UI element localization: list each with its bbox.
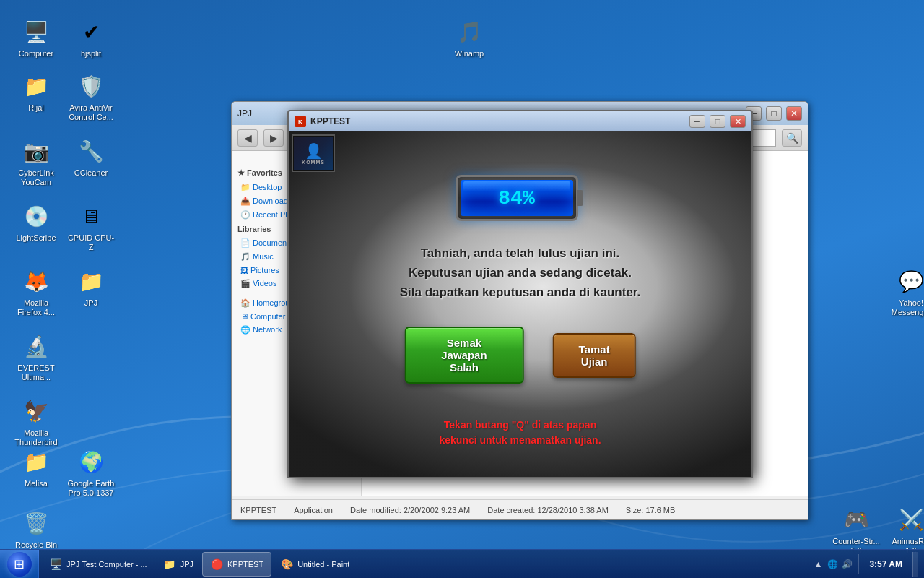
icon-googleearth-label: Google Earth Pro 5.0.1337 <box>66 479 116 498</box>
taskbar-item-kpptest[interactable]: 🔴 KPPTEST <box>202 552 271 577</box>
taskbar-label-paint: Untitled - Paint <box>297 560 349 569</box>
taskbar-item-paint[interactable]: 🎨 Untitled - Paint <box>273 552 357 577</box>
icon-avira-image: 🛡️ <box>77 72 105 100</box>
fe-modified: Date modified: 2/20/2002 9:23 AM <box>350 506 470 514</box>
taskbar-label-kpptest: KPPTEST <box>227 560 263 569</box>
desktop-icon-ccleaner[interactable]: 🔧CCleaner <box>64 134 118 181</box>
end-exam-btn[interactable]: Tamat Ujian <box>553 333 636 378</box>
windows-logo: ⊞ <box>14 556 25 572</box>
taskbar-label-jpj: JPJ <box>180 560 193 569</box>
icon-cyberlink-image: 📷 <box>22 137 51 165</box>
icon-ccleaner-label: CCleaner <box>74 168 108 178</box>
icon-computer-image: 🖥️ <box>22 17 51 46</box>
systray-volume[interactable]: 🔊 <box>841 558 853 570</box>
logo-text: KOMMS <box>302 160 325 165</box>
desktop-icon-computer[interactable]: 🖥️Computer <box>9 14 64 61</box>
icon-winamp-label: Winamp <box>455 49 484 59</box>
icon-lightscribe-label: LightScribe <box>16 233 56 243</box>
battery-inner: 84% <box>461 180 573 216</box>
taskbar-icon-paint: 🎨 <box>280 558 293 571</box>
check-answers-btn[interactable]: Semak Jawapan Salah <box>404 327 523 384</box>
taskbar-icon-kpptest: 🔴 <box>210 558 223 571</box>
icon-jpj-image: 📁 <box>77 267 105 296</box>
taskbar: ⊞ 🖥️ JPJ Test Computer - ... 📁 JPJ 🔴 KPP… <box>0 549 924 578</box>
result-line-3: Sila dapatkan keputusan anda di kaunter. <box>340 282 701 302</box>
kpptest-logo: 👤 KOMMS <box>292 134 335 172</box>
fe-apptype: Application <box>294 506 333 514</box>
battery-nub <box>578 190 583 206</box>
desktop-icon-firefox[interactable]: 🦊Mozilla Firefox 4... <box>9 264 64 320</box>
taskbar-right: ▲ 🌐 🔊 3:57 AM <box>806 550 924 578</box>
icon-ccleaner-image: 🔧 <box>77 137 105 165</box>
icon-thunderbird-image: 🦅 <box>22 397 51 426</box>
icon-counterstrike-image: 🎮 <box>842 505 871 534</box>
fe-search-icon[interactable]: 🔍 <box>782 129 802 147</box>
kpptest-maximize-btn[interactable]: □ <box>710 115 725 128</box>
instruction-line-1: Tekan butang "Q" di atas papan <box>376 418 665 433</box>
fe-close-btn[interactable]: ✕ <box>786 106 802 121</box>
kpptest-window: K KPPTEST ─ □ ✕ 👤 KOMMS 84% <box>287 110 753 478</box>
desktop-icon-cyberlink[interactable]: 📷CyberLink YouCam <box>9 134 64 190</box>
desktop-icon-googleearth[interactable]: 🌍Google Earth Pro 5.0.1337 <box>64 444 118 501</box>
icon-cyberlink-label: CyberLink YouCam <box>12 168 61 187</box>
desktop-icon-cpuid[interactable]: 🖥CPUID CPU-Z <box>64 199 118 255</box>
kpptest-title-text: KPPTEST <box>310 116 685 126</box>
taskbar-item-jpj-computer[interactable]: 🖥️ JPJ Test Computer - ... <box>42 552 154 577</box>
show-desktop-btn[interactable] <box>912 552 918 577</box>
taskbar-item-jpj[interactable]: 📁 JPJ <box>156 552 201 577</box>
icon-cpuid-label: CPUID CPU-Z <box>66 233 116 252</box>
kpptest-close-btn[interactable]: ✕ <box>730 115 746 128</box>
icon-yahoo-image: 💬 <box>897 267 924 296</box>
desktop-icon-hjsplit[interactable]: ✔hjsplit <box>64 14 118 61</box>
icon-computer-label: Computer <box>19 49 53 59</box>
icon-hjsplit-label: hjsplit <box>81 49 101 59</box>
icon-cpuid-image: 🖥 <box>77 202 105 230</box>
icon-avira-label: Avira AntiVir Control Ce... <box>66 103 116 122</box>
kpptest-title-icon: K <box>295 116 306 127</box>
desktop-icon-everest[interactable]: 🔬EVEREST Ultima... <box>9 329 64 385</box>
icon-everest-image: 🔬 <box>22 332 51 361</box>
icon-firefox-label: Mozilla Firefox 4... <box>12 298 61 317</box>
logo-person-icon: 👤 <box>305 142 323 160</box>
desktop-icon-winamp[interactable]: 🎵Winamp <box>442 14 497 61</box>
taskbar-icon-jpj: 📁 <box>163 558 176 571</box>
desktop-icon-yahoo[interactable]: 💬Yahoo! Messenger <box>884 264 924 320</box>
icon-lightscribe-image: 💿 <box>22 202 51 230</box>
icon-melisa-label: Melisa <box>25 479 48 488</box>
taskbar-label-jpj-computer: JPJ Test Computer - ... <box>66 560 147 569</box>
start-button[interactable]: ⊞ <box>0 550 39 579</box>
systray-network[interactable]: 🌐 <box>827 558 838 570</box>
icon-rijal-label: Rijal <box>28 103 43 113</box>
instruction-line-2: kekunci untuk menamatkan ujian. <box>376 433 665 448</box>
icon-googleearth-image: 🌍 <box>77 447 105 476</box>
result-line-2: Keputusan ujian anda sedang dicetak. <box>340 263 701 282</box>
icon-hjsplit-image: ✔ <box>77 17 105 46</box>
icon-rijal-image: 📁 <box>22 72 51 100</box>
icon-winamp-image: 🎵 <box>455 17 484 46</box>
fe-back-btn[interactable]: ◀ <box>237 129 258 147</box>
desktop-icon-avira[interactable]: 🛡️Avira AntiVir Control Ce... <box>64 69 118 125</box>
result-text-block: Tahniah, anda telah lulus ujian ini. Kep… <box>340 243 701 303</box>
kpptest-titlebar: K KPPTEST ─ □ ✕ <box>289 111 751 131</box>
kpptest-minimize-btn[interactable]: ─ <box>689 115 705 128</box>
desktop-icon-lightscribe[interactable]: 💿LightScribe <box>9 199 64 246</box>
systray-arrow[interactable]: ▲ <box>812 558 824 570</box>
desktop-icon-thunderbird[interactable]: 🦅Mozilla Thunderbird <box>9 394 64 450</box>
file-explorer-statusbar: KPPTEST Application Date modified: 2/20/… <box>232 499 808 519</box>
system-clock[interactable]: 3:57 AM <box>865 559 907 569</box>
start-orb: ⊞ <box>7 552 32 577</box>
desktop-icon-rijal[interactable]: 📁Rijal <box>9 69 64 116</box>
desktop-icon-jpj[interactable]: 📁JPJ <box>64 264 118 311</box>
desktop-icon-melisa[interactable]: 📁Melisa <box>9 444 64 491</box>
fe-size: Size: 17.6 MB <box>626 506 676 514</box>
kpptest-instruction: Tekan butang "Q" di atas papan kekunci u… <box>376 418 665 448</box>
fe-maximize-btn[interactable]: □ <box>766 106 782 121</box>
desktop-icon-recyclebin[interactable]: 🗑️Recycle Bin <box>9 506 64 553</box>
icon-firefox-image: 🦊 <box>22 267 51 296</box>
fe-created: Date created: 12/28/2010 3:38 AM <box>487 506 609 514</box>
battery-percent: 84% <box>498 187 534 210</box>
systray: ▲ 🌐 🔊 <box>812 558 853 570</box>
fe-forward-btn[interactable]: ▶ <box>263 129 284 147</box>
icon-yahoo-label: Yahoo! Messenger <box>886 298 924 317</box>
taskbar-icon-jpj-computer: 🖥️ <box>49 558 62 571</box>
